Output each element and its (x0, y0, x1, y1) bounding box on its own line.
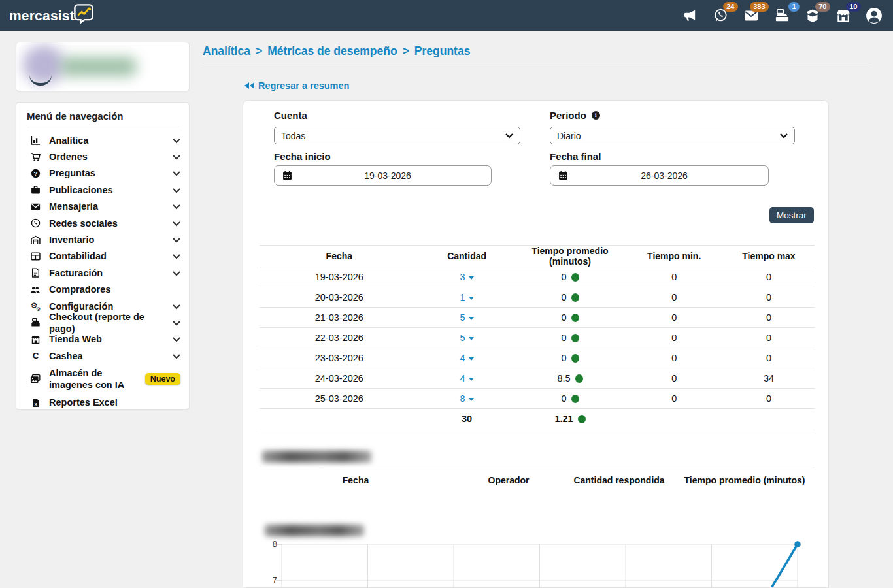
excel-file-icon: x (29, 398, 41, 408)
sidebar-item-analitica[interactable]: Analítica (16, 132, 189, 148)
caret-down-icon (469, 398, 474, 401)
sidebar-item-facturacion[interactable]: Facturación (16, 265, 189, 281)
checkout-notifications-button[interactable]: 1 (773, 7, 790, 24)
sidebar-item-preguntas[interactable]: ? Preguntas (16, 165, 189, 182)
sidebar-item-redes-sociales[interactable]: Redes sociales (16, 215, 189, 231)
cantidad-link[interactable]: 4 (460, 373, 474, 384)
cantidad-link[interactable]: 3 (460, 272, 474, 282)
periodo-select[interactable]: Diario (550, 127, 795, 144)
chart-line-series (282, 544, 798, 588)
whatsapp-button[interactable]: 24 (712, 7, 729, 24)
briefcase-icon (29, 185, 41, 195)
breadcrumb-preguntas[interactable]: Preguntas (414, 44, 471, 58)
cash-register-icon (775, 8, 790, 23)
sidebar-item-mensajeria[interactable]: Mensajería (16, 199, 189, 215)
sidebar-item-checkout[interactable]: Checkout (reporte de pago) (16, 314, 189, 331)
warehouse-icon (29, 235, 41, 245)
chart-title-redacted (265, 525, 364, 536)
operators-table-divider (260, 468, 815, 468)
cantidad-link[interactable]: 5 (460, 312, 474, 323)
avatar-ring (29, 75, 52, 86)
table-row: 20-03-2026 1 0 0 0 (260, 287, 815, 308)
cart-icon (29, 152, 41, 162)
info-icon[interactable]: i (592, 111, 600, 120)
chart-gridlines (282, 544, 798, 588)
store-badge: 10 (846, 2, 861, 12)
packages-badge: 70 (815, 2, 830, 12)
svg-text:?: ? (33, 170, 37, 177)
cantidad-link[interactable]: 8 (460, 393, 474, 404)
megaphone-icon (682, 8, 698, 23)
breadcrumb-analitica[interactable]: Analítica (203, 44, 250, 58)
chart-data-point (794, 541, 801, 547)
calendar-icon (282, 171, 292, 180)
caret-down-icon (469, 357, 474, 361)
svg-text:⚙: ⚙ (36, 306, 41, 311)
fecha-final-input[interactable]: 26-03-2026 (550, 165, 769, 186)
mostrar-button[interactable]: Mostrar (769, 207, 814, 223)
brand-chart-bubble-icon (72, 3, 95, 25)
operators-header-operador: Operador (488, 475, 529, 485)
cantidad-link[interactable]: 5 (460, 333, 474, 343)
brand-logo[interactable]: mercasist (9, 7, 95, 25)
breadcrumb-separator: > (256, 44, 262, 58)
sidebar-item-contabilidad[interactable]: Contabilidad (16, 248, 189, 265)
content-card: Cuenta Todas Periodo i Diario Fecha inic… (243, 100, 829, 588)
status-dot (571, 354, 579, 363)
questions-table: Fecha Cantidad Tiempo promedio (minutos)… (260, 245, 815, 429)
account-button[interactable] (866, 7, 883, 24)
sidebar-item-cashea[interactable]: C Cashea (16, 348, 189, 364)
announcements-button[interactable] (681, 7, 698, 24)
breadcrumb-metricas[interactable]: Métricas de desempeño (267, 44, 397, 58)
whatsapp-badge: 24 (723, 2, 738, 12)
menu-list: Analítica Ordenes ? Preguntas Publicacio… (16, 132, 189, 411)
user-icon (866, 7, 883, 24)
table-row: 21-03-2026 5 0 0 0 (260, 308, 815, 328)
page: mercasist 24 (0, 0, 893, 588)
sidebar-item-almacen-imagenes[interactable]: Almacén de imagenes con IA Nuevo (16, 364, 189, 394)
periodo-label: Periodo i (550, 110, 600, 121)
sidebar-item-ordenes[interactable]: Ordenes (16, 148, 189, 165)
operators-section-title-redacted (262, 451, 371, 463)
users-icon (29, 285, 41, 295)
sidebar-item-reportes-excel[interactable]: x Reportes Excel (16, 394, 189, 410)
packages-button[interactable]: 70 (804, 7, 821, 24)
status-dot (571, 395, 579, 403)
question-circle-icon: ? (29, 169, 41, 178)
back-to-summary-link[interactable]: Regresar a resumen (244, 80, 349, 91)
operators-header-promedio: Tiempo promedio (minutos) (684, 475, 805, 485)
y-tick-7: 7 (261, 575, 277, 585)
sidebar-item-tienda-web[interactable]: Tienda Web (16, 331, 189, 348)
cantidad-link[interactable]: 4 (460, 353, 474, 363)
table-row: 19-03-2026 3 0 0 0 (260, 267, 815, 287)
chevron-down-icon (173, 317, 180, 329)
sidebar-item-publicaciones[interactable]: Publicaciones (16, 182, 189, 198)
questions-table-header: Fecha Cantidad Tiempo promedio (minutos)… (260, 246, 815, 267)
cuenta-select[interactable]: Todas (274, 127, 520, 144)
invoice-icon (29, 268, 41, 278)
sidebar-item-compradores[interactable]: Compradores (16, 282, 189, 298)
user-name-redacted (61, 57, 137, 76)
messages-button[interactable]: 383 (743, 7, 760, 24)
storefront-icon (29, 335, 41, 344)
fecha-inicio-input[interactable]: 19-03-2026 (274, 165, 492, 186)
letter-c-icon: C (29, 351, 41, 361)
status-dot (571, 293, 579, 302)
fast-backward-icon (244, 82, 254, 90)
cantidad-link[interactable]: 1 (460, 292, 474, 302)
table-row: 22-03-2026 5 0 0 0 (260, 328, 815, 348)
chevron-down-icon (780, 133, 788, 139)
whatsapp-icon (29, 218, 41, 228)
brand-text: mercasist (9, 8, 75, 24)
caret-down-icon (469, 378, 474, 381)
caret-down-icon (469, 337, 474, 340)
checkout-badge: 1 (788, 2, 800, 12)
nuevo-badge: Nuevo (145, 373, 180, 385)
store-button[interactable]: 10 (835, 7, 852, 24)
breadcrumb-divider (203, 63, 872, 63)
messages-badge: 383 (750, 2, 769, 12)
sidebar-item-inventario[interactable]: Inventario (16, 231, 189, 248)
bar-chart-icon (29, 135, 41, 145)
chevron-down-icon (173, 250, 180, 262)
breadcrumb: Analítica > Métricas de desempeño > Preg… (203, 44, 470, 58)
